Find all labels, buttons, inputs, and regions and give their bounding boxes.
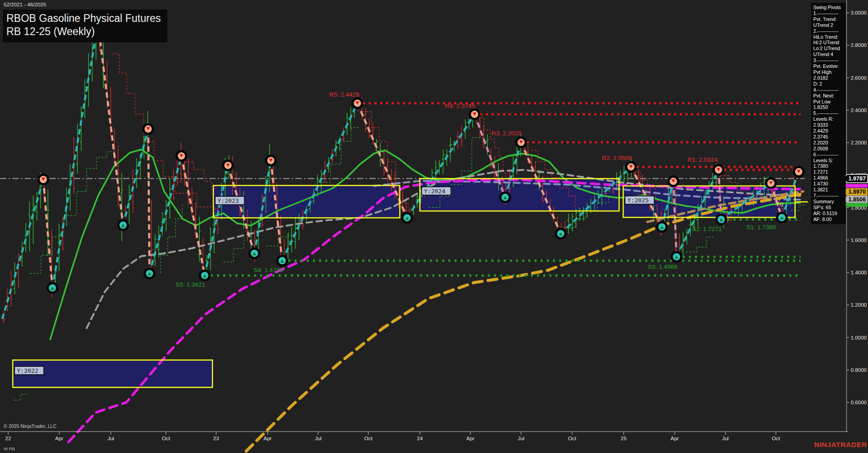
- ninjatrader-logo: NINJATRADER: [814, 441, 867, 449]
- time-axis-label: 22: [5, 436, 11, 441]
- panel-line: Summary: [813, 199, 843, 205]
- instrument-tag: W RB: [4, 446, 15, 451]
- panel-line: UTrend 4: [813, 51, 843, 57]
- panel-line: 1.4966: [813, 175, 843, 181]
- price-axis-label: 0.8000: [851, 367, 867, 373]
- panel-line: Levels R:: [813, 116, 843, 122]
- panel-line: AR: 0.5119: [813, 211, 843, 216]
- panel-line: D: 2: [813, 81, 843, 87]
- time-axis-label: Jul: [315, 436, 322, 441]
- panel-line: 2.-------------: [813, 28, 843, 34]
- price-flag: [843, 203, 868, 207]
- resistance-label: R4: 2.3745: [445, 103, 475, 109]
- panel-line: 7.-------------: [813, 193, 843, 199]
- panel-line: Hi:2 UTrend: [813, 40, 843, 46]
- resistance-label: R3: 2.2020: [491, 130, 522, 137]
- panel-line: Pvt Low: [813, 99, 843, 105]
- date-range-label: 52/2021 - 46/2025: [4, 2, 46, 7]
- panel-line: UTrend 2: [813, 22, 843, 28]
- support-label: S5: 1.3821: [176, 281, 205, 288]
- panel-line: 3.-------------: [813, 57, 843, 63]
- time-axis-label: 25: [621, 436, 627, 441]
- panel-line: 6.-------------: [813, 152, 843, 158]
- resistance-label: R5: 2.4429: [329, 91, 359, 98]
- price-axis-label: 2.8000: [851, 42, 867, 48]
- time-axis-label: Jul: [518, 436, 525, 441]
- panel-line: HiLo Trend:: [813, 34, 843, 40]
- panel-line: 4.-------------: [813, 87, 843, 93]
- time-axis-label: Oct: [162, 436, 170, 441]
- price-flag-text: 1.9787: [848, 175, 866, 182]
- price-axis-label: 1.4000: [851, 270, 867, 275]
- panel-line: 2.9333: [813, 122, 843, 128]
- time-axis-label: Apr: [264, 436, 272, 441]
- panel-line: Lo:2 UTrend: [813, 46, 843, 51]
- pivot-markers[interactable]: [39, 19, 804, 293]
- time-axis-label: Jul: [722, 436, 729, 441]
- f0-label: F0: [777, 201, 783, 208]
- panel-line: AF: 8.00: [813, 216, 843, 222]
- price-axis-label: 1.0000: [851, 335, 867, 340]
- price-flag-text: 1.8506: [848, 196, 866, 203]
- support-label: S3: 1.4966: [648, 263, 677, 270]
- year-box-label: Y:2024: [424, 188, 445, 195]
- panel-line: Levels S:: [813, 158, 843, 164]
- panel-line: Pvt High: [813, 69, 843, 75]
- time-axis[interactable]: 22AprJulOct23AprJulOct24AprJulOct25AprJu…: [0, 432, 848, 441]
- panel-line: 1.3821: [813, 187, 843, 193]
- time-axis-label: Apr: [671, 436, 679, 441]
- chart-title: RBOB Gasoline Physical Futures RB 12-25 …: [3, 10, 167, 42]
- support-label: S4: 1.4730: [253, 267, 283, 273]
- price-flag-text: 1.8970: [848, 189, 866, 195]
- chart-title-line2: RB 12-25 (Weekly): [6, 25, 161, 38]
- time-axis-label: Oct: [772, 436, 780, 441]
- panel-line: 1.7380: [813, 163, 843, 169]
- chart-canvas[interactable]: Y:2022Y:2023Y:2024Y:2025F0R5: 2.4429R4: …: [0, 0, 868, 453]
- panel-line: 2.2020: [813, 140, 843, 146]
- year-box-label: Y:2025: [627, 197, 649, 204]
- price-axis-label: 2.4000: [851, 108, 867, 113]
- time-axis-label: Oct: [568, 436, 577, 441]
- panel-line: Pvt. Evolve:: [813, 63, 843, 69]
- panel-line: 2.0182: [813, 75, 843, 81]
- panel-line: 2.4429: [813, 128, 843, 134]
- time-axis-label: Oct: [364, 436, 373, 441]
- panel-line: 1.8250: [813, 104, 843, 110]
- time-axis-label: Apr: [466, 436, 475, 441]
- support-label: S1: 1.7380: [746, 224, 776, 231]
- resistance-label: R1: 2.0324: [687, 156, 718, 163]
- time-axis-label: Apr: [55, 436, 63, 441]
- panel-line: 1.4730: [813, 181, 843, 187]
- panel-line: Swing Pivots: [813, 5, 843, 10]
- price-axis-label: 0.6000: [851, 400, 867, 405]
- price-axis[interactable]: 3.00002.80002.60002.40002.20002.00001.80…: [843, 0, 868, 432]
- panel-line: 1.7271: [813, 169, 843, 175]
- panel-line: 5.-------------: [813, 110, 843, 116]
- panel-line: SP's: 65: [813, 205, 843, 211]
- price-axis-label: 1.6000: [851, 237, 867, 243]
- ma-green-solid: [50, 149, 800, 340]
- chart-window: Y:2022Y:2023Y:2024Y:2025F0R5: 2.4429R4: …: [0, 0, 868, 453]
- price-axis-label: 2.6000: [851, 75, 867, 81]
- panel-line: 2.0508: [813, 146, 843, 152]
- year-box-label: Y:2023: [217, 197, 239, 204]
- price-axis-label: 2.2000: [851, 140, 867, 145]
- panel-line: Pvt. Next:: [813, 93, 843, 99]
- time-axis-label: 23: [213, 436, 219, 441]
- panel-line: 2.3745: [813, 134, 843, 140]
- price-flag: [843, 184, 868, 188]
- time-axis-label: Jul: [108, 436, 114, 441]
- price-bars: [2, 15, 796, 323]
- hilo-trails: [14, 54, 806, 400]
- price-axis-label: 1.2000: [851, 302, 867, 308]
- resistance-label: R2: 2.0508: [602, 154, 632, 161]
- support-label: S2: 1.7271: [692, 226, 722, 232]
- swing-pivots-panel[interactable]: Swing Pivots1.-------------Pvt. Trend:UT…: [811, 3, 846, 224]
- panel-line: Pvt. Trend:: [813, 16, 843, 22]
- ma-gold-dashed: [246, 194, 800, 451]
- time-axis-label: 24: [417, 436, 423, 441]
- year-box-label: Y:2022: [17, 367, 38, 374]
- panel-line: 1.-------------: [813, 10, 843, 16]
- price-axis-label: 3.0000: [851, 10, 867, 15]
- chart-title-line1: RBOB Gasoline Physical Futures: [6, 12, 161, 25]
